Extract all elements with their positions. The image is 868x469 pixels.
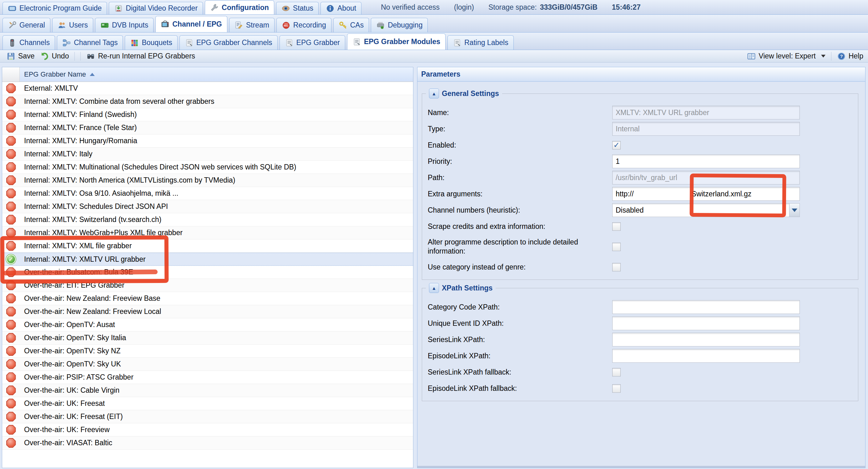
tab-users[interactable]: Users (52, 18, 93, 32)
grabber-row-internal-xmltv-xmltv-url-grabber[interactable]: ✓Internal: XMLTV: XMLTV URL grabber (2, 253, 413, 266)
disabled-stop-icon (2, 215, 20, 224)
undo-button[interactable]: Undo (37, 51, 72, 61)
grabber-row-over-the-air-psip-atsc-grabber[interactable]: Over-the-air: PSIP: ATSC Grabber (2, 371, 413, 384)
field-row-serieslink-xpath: SeriesLink XPath: (422, 332, 858, 348)
grabber-row-over-the-air-opentv-sky-italia[interactable]: Over-the-air: OpenTV: Sky Italia (2, 332, 413, 345)
grabber-row-internal-xmltv-north-america-xmltvlistin[interactable]: Internal: XMLTV: North America (XMLTVLis… (2, 174, 413, 187)
field-row-name: Name:XMLTV: XMLTV URL grabber (422, 104, 858, 121)
grabber-row-over-the-air-uk-freesat-eit[interactable]: Over-the-air: UK: Freesat (EIT) (2, 410, 413, 424)
grabber-row-over-the-air-opentv-sky-nz[interactable]: Over-the-air: OpenTV: Sky NZ (2, 345, 413, 358)
grabber-row-over-the-air-uk-freesat[interactable]: Over-the-air: UK: Freesat (2, 397, 413, 410)
tab-cas[interactable]: CAs (333, 18, 369, 32)
grabber-row-over-the-air-bulsatcom-bula-39e[interactable]: Over-the-air: Bulsatcom: Bula 39E (2, 266, 413, 279)
checkbox-enabled[interactable]: ✓ (612, 141, 621, 150)
grabber-name: Internal: XMLTV: Italy (24, 150, 93, 158)
tab-channel-epg[interactable]: Channel / EPG (155, 16, 227, 32)
tab-general[interactable]: General (2, 18, 50, 32)
grabber-name: Internal: XMLTV: Hungary/Romania (24, 137, 137, 145)
stream-icon (235, 21, 243, 30)
tab-epg-grabber-channels[interactable]: EPG Grabber Channels (180, 35, 278, 50)
checkbox-scrape-credits-and-extra-information[interactable]: ✓ (612, 222, 621, 231)
tags-icon (62, 38, 71, 47)
save-icon (6, 52, 15, 61)
grabber-row-internal-xmltv-webgrab-plus-xml-file-gra[interactable]: Internal: XMLTV: WebGrab+Plus XML file g… (2, 226, 413, 240)
disabled-stop-icon (2, 149, 20, 159)
tab-label: EPG Grabber Modules (364, 37, 440, 46)
checkbox-serieslink-xpath-fallback[interactable]: ✓ (612, 368, 621, 376)
tab-about[interactable]: About (320, 2, 362, 14)
input-category-code-xpath[interactable] (612, 300, 800, 314)
chevron-down-icon[interactable] (789, 203, 800, 217)
grabber-name: Over-the-air: PSIP: ATSC Grabber (24, 373, 133, 381)
disabled-stop-icon (2, 202, 20, 211)
tab-rating-labels[interactable]: Rating Labels (447, 35, 514, 50)
grabber-row-internal-xmltv-france-tele-star[interactable]: Internal: XMLTV: France (Tele Star) (2, 121, 413, 134)
about-info-icon (326, 4, 335, 13)
tab-status[interactable]: Status (276, 2, 319, 14)
input-extra-arguments[interactable]: http://Switzerland.xml.gz (612, 187, 800, 201)
tab-electronic-program-guide[interactable]: Electronic Program Guide (2, 2, 107, 14)
grabber-row-internal-xmltv-switzerland-tv-search-ch[interactable]: Internal: XMLTV: Switzerland (tv.search.… (2, 213, 413, 226)
input-unique-event-id-xpath[interactable] (612, 316, 800, 330)
help-button[interactable]: ? Help (834, 51, 866, 61)
tab-digital-video-recorder[interactable]: Digital Video Recorder (109, 2, 203, 14)
field-row-use-category-instead-of-genre: Use category instead of genre:✓ (422, 259, 858, 275)
grabber-row-internal-xmltv-schedules-direct-json-api[interactable]: Internal: XMLTV: Schedules Direct JSON A… (2, 200, 413, 213)
rerun-grabbers-button[interactable]: Re-run Internal EPG Grabbers (84, 51, 198, 61)
input-episodelink-xpath[interactable] (612, 349, 800, 363)
tab-label: About (337, 4, 356, 12)
disabled-stop-icon (2, 136, 20, 146)
grabber-row-over-the-air-viasat-baltic[interactable]: Over-the-air: VIASAT: Baltic (2, 436, 413, 449)
tab-stream[interactable]: Stream (229, 18, 275, 32)
collapse-button[interactable]: ▲ (429, 89, 439, 98)
grabber-row-internal-xmltv-combine-data-from-several[interactable]: Internal: XMLTV: Combine data from sever… (2, 95, 413, 108)
grabber-name: Over-the-air: VIASAT: Baltic (24, 439, 112, 447)
save-button[interactable]: Save (4, 51, 37, 61)
grabber-row-internal-xmltv-xml-file-grabber[interactable]: Internal: XMLTV: XML file grabber (2, 240, 413, 253)
name-column-header[interactable]: EPG Grabber Name (20, 67, 413, 82)
tvheadend-window: Electronic Program GuideDigital Video Re… (0, 0, 868, 469)
collapse-button[interactable]: ▲ (429, 283, 439, 293)
tab-dvb-inputs[interactable]: DVB Inputs (95, 18, 154, 32)
tab-label: Electronic Program Guide (20, 4, 102, 12)
checkbox-use-category-instead-of-genre[interactable]: ✓ (612, 263, 621, 272)
grabber-row-internal-xmltv-osa-9-10-asiaohjelma-mik[interactable]: Internal: XMLTV: Osa 9/10. Asiaohjelma, … (2, 187, 413, 200)
grabber-name: Internal: XMLTV: WebGrab+Plus XML file g… (24, 228, 183, 237)
grabber-row-over-the-air-new-zealand-freeview-base[interactable]: Over-the-air: New Zealand: Freeview Base (2, 292, 413, 305)
tab-channels[interactable]: Channels (2, 35, 55, 50)
undo-icon (40, 52, 49, 61)
field-row-channel-numbers-heuristic: Channel numbers (heuristic):Disabled (422, 202, 858, 218)
login-link[interactable]: (login) (454, 3, 474, 11)
view-level-button[interactable]: View level: Expert (744, 51, 828, 61)
select-channel-numbers-heuristic[interactable]: Disabled (612, 203, 800, 217)
tab-epg-grabber[interactable]: EPG Grabber (280, 35, 345, 50)
grabber-row-over-the-air-uk-freeview[interactable]: Over-the-air: UK: Freeview (2, 424, 413, 436)
status-column-header[interactable] (2, 67, 20, 82)
grabber-row-over-the-air-opentv-ausat[interactable]: Over-the-air: OpenTV: Ausat (2, 318, 413, 332)
disabled-stop-icon (2, 372, 20, 382)
tab-configuration[interactable]: Configuration (205, 0, 274, 14)
tab-channel-tags[interactable]: Channel Tags (57, 35, 123, 50)
field-label: Name: (428, 108, 612, 117)
grabber-row-over-the-air-opentv-sky-uk[interactable]: Over-the-air: OpenTV: Sky UK (2, 358, 413, 371)
grabber-row-external-xmltv[interactable]: External: XMLTV (2, 82, 413, 95)
grabber-row-over-the-air-uk-cable-virgin[interactable]: Over-the-air: UK: Cable Virgin (2, 384, 413, 397)
grabber-row-over-the-air-new-zealand-freeview-local[interactable]: Over-the-air: New Zealand: Freeview Loca… (2, 305, 413, 318)
tab-recording[interactable]: RECRecording (276, 18, 332, 32)
input-priority[interactable]: 1 (612, 154, 800, 168)
grabber-row-internal-xmltv-hungary-romania[interactable]: Internal: XMLTV: Hungary/Romania (2, 134, 413, 148)
xpath-settings-fieldset: ▲ XPath Settings Category Code XPath:Uni… (422, 288, 858, 401)
tab-epg-grabber-modules[interactable]: EPG Grabber Modules (347, 33, 445, 50)
input-serieslink-xpath[interactable] (612, 333, 800, 346)
field-label: Type: (428, 124, 612, 133)
grabber-row-internal-xmltv-multinational-schedules-d[interactable]: Internal: XMLTV: Multinational (Schedule… (2, 161, 413, 174)
tab-bouquets[interactable]: Bouquets (125, 35, 177, 50)
record-icon: REC (282, 21, 290, 30)
checkbox-episodelink-xpath-fallback[interactable]: ✓ (612, 384, 621, 393)
grabber-row-over-the-air-eit-epg-grabber[interactable]: Over-the-air: EIT: EPG Grabber (2, 279, 413, 292)
grabber-row-internal-xmltv-finland-swedish[interactable]: Internal: XMLTV: Finland (Swedish) (2, 108, 413, 121)
grabber-row-internal-xmltv-italy[interactable]: Internal: XMLTV: Italy (2, 148, 413, 161)
tab-debugging[interactable]: Debugging (371, 18, 428, 32)
checkbox-alter-programme-description-to-include-detailed-information[interactable]: ✓ (612, 243, 621, 251)
tab-label: CAs (350, 21, 364, 29)
